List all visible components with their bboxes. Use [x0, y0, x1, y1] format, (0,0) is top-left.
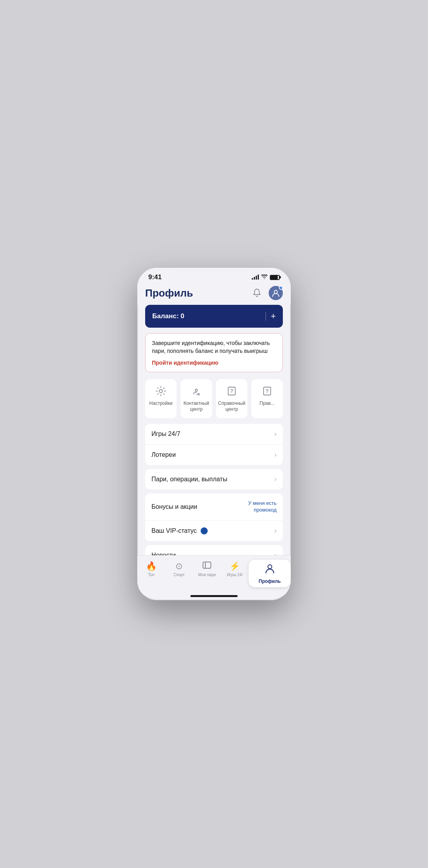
status-time: 9:41 — [148, 273, 162, 281]
status-bar: 9:41 — [137, 268, 291, 283]
chevron-right-icon: › — [275, 527, 277, 534]
svg-point-3 — [198, 393, 199, 395]
verification-banner: Завершите идентификацию, чтобы заключать… — [145, 333, 283, 372]
chevron-right-icon: › — [275, 430, 277, 438]
balance-card[interactable]: Баланс: 0 + — [145, 305, 283, 328]
rules-label: Прав... — [260, 401, 275, 407]
add-funds-button[interactable]: + — [271, 311, 276, 321]
menu-section-info: Новости › Статистика › Результаты › О се… — [145, 545, 283, 555]
nav-profile-label: Профиль — [259, 579, 281, 584]
notification-bell-button[interactable] — [250, 286, 264, 300]
nav-sport-label: Спорт — [173, 573, 184, 577]
lotteries-right: › — [275, 451, 277, 458]
settings-button[interactable]: Настройки — [145, 379, 177, 418]
quick-icons-row: Настройки Контактный центр — [145, 379, 283, 418]
bets-operations-right: › — [275, 476, 277, 483]
help-center-button[interactable]: ? Справочный центр — [216, 379, 247, 418]
news-item[interactable]: Новости › — [145, 545, 283, 555]
menu-section-bets: Пари, операции, выплаты › — [145, 469, 283, 490]
profile-avatar-button[interactable] — [269, 286, 283, 300]
contact-center-button[interactable]: Контактный центр — [181, 379, 212, 418]
balance-right: + — [266, 311, 276, 321]
home-indicator — [190, 595, 238, 597]
signal-icon — [252, 275, 259, 280]
lotteries-item[interactable]: Лотереи › — [145, 445, 283, 465]
flame-icon: 🔥 — [146, 561, 157, 571]
chevron-right-icon: › — [275, 552, 277, 555]
nav-top-label: Топ — [148, 573, 154, 577]
settings-label: Настройки — [149, 401, 173, 407]
vip-status-label: Ваш VIP-статус — [151, 527, 197, 534]
wifi-icon — [261, 274, 268, 280]
games-icon: ⚡ — [229, 561, 240, 571]
bets-operations-item[interactable]: Пари, операции, выплаты › — [145, 469, 283, 490]
verification-link[interactable]: Пройти идентификацию — [152, 360, 218, 366]
nav-my-bets-label: Мои пари — [198, 573, 216, 577]
chevron-right-icon: › — [275, 476, 277, 483]
svg-point-11 — [268, 565, 272, 569]
nav-top-button[interactable]: 🔥 Топ — [137, 560, 165, 579]
status-icons — [252, 274, 280, 280]
nav-my-bets-button[interactable]: Мои пари — [193, 560, 221, 579]
bets-operations-label: Пари, операции, выплаты — [151, 476, 227, 483]
balance-divider — [266, 312, 266, 321]
nav-games-button[interactable]: ⚡ Игры 24/ — [221, 560, 249, 579]
help-icon: ? — [225, 385, 238, 397]
page-title: Профиль — [145, 287, 193, 299]
screen-content: Профиль — [137, 283, 291, 555]
bonuses-item[interactable]: Бонусы и акции У меня естьпромокод — [145, 493, 283, 521]
nav-sport-button[interactable]: ⊙ Спорт — [165, 560, 193, 579]
games-24-7-item[interactable]: Игры 24/7 › — [145, 424, 283, 445]
vip-status-right: › — [275, 527, 277, 534]
header: Профиль — [137, 283, 291, 305]
help-center-label: Справочный центр — [218, 401, 245, 413]
menu-section-bonuses: Бонусы и акции У меня естьпромокод Ваш V… — [145, 493, 283, 541]
bonuses-label: Бонусы и акции — [151, 503, 197, 510]
svg-rect-9 — [203, 562, 211, 568]
vip-dot — [201, 527, 208, 534]
sport-icon: ⊙ — [175, 561, 183, 571]
svg-text:?: ? — [266, 388, 269, 394]
vip-status-item[interactable]: Ваш VIP-статус › — [145, 521, 283, 541]
svg-point-1 — [159, 389, 162, 393]
chevron-right-icon: › — [275, 451, 277, 458]
nav-games-label: Игры 24/ — [227, 573, 243, 577]
bottom-nav: 🔥 Топ ⊙ Спорт Мои пари ⚡ Игры 24/ — [137, 555, 291, 595]
menu-section-games: Игры 24/7 › Лотереи › — [145, 424, 283, 465]
bonuses-right: У меня естьпромокод — [248, 500, 277, 514]
profile-icon-nav — [264, 563, 276, 577]
news-label: Новости — [151, 552, 176, 555]
games-24-7-right: › — [275, 430, 277, 438]
svg-text:?: ? — [230, 388, 233, 394]
battery-icon — [270, 275, 280, 280]
balance-label: Баланс: 0 — [152, 312, 184, 320]
header-icons — [250, 286, 283, 300]
avatar-notification-dot — [279, 286, 283, 290]
gear-icon — [155, 385, 167, 397]
vip-status-left: Ваш VIP-статус — [151, 527, 208, 534]
verification-message: Завершите идентификацию, чтобы заключать… — [152, 339, 276, 355]
bets-icon — [202, 561, 212, 571]
nav-profile-button[interactable]: Профиль — [249, 560, 291, 587]
games-24-7-label: Игры 24/7 — [151, 430, 180, 438]
svg-point-0 — [274, 290, 277, 293]
svg-point-2 — [195, 389, 197, 391]
rules-icon: ? — [261, 385, 273, 397]
headset-icon — [190, 385, 203, 397]
lotteries-label: Лотереи — [151, 451, 176, 458]
rules-button[interactable]: ? Прав... — [251, 379, 283, 418]
contact-center-label: Контактный центр — [183, 401, 209, 413]
news-right: › — [275, 552, 277, 555]
promo-code-badge[interactable]: У меня естьпромокод — [248, 500, 277, 514]
